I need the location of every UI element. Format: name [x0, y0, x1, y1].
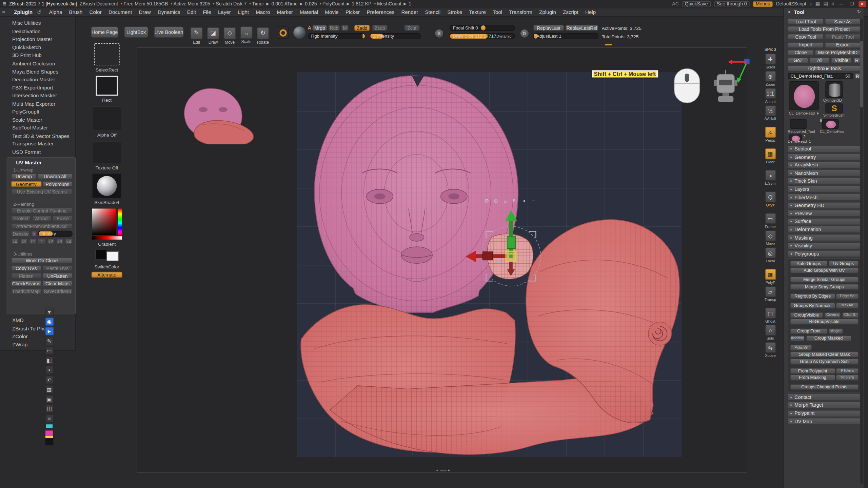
menu-item[interactable]: Stroke	[444, 8, 466, 16]
tool-section[interactable]: ▸ Layers	[788, 186, 861, 193]
paste-uvs-button[interactable]: Paste UVs	[42, 265, 73, 271]
polygroups-button[interactable]: Auto Groups With UV	[790, 267, 859, 273]
density-mult-button[interactable]: /3	[20, 239, 28, 245]
alpha-thumbnail[interactable]	[93, 106, 121, 130]
tool-section[interactable]: ▸ Morph Target	[788, 402, 861, 409]
density-mult-button[interactable]: /2	[29, 239, 37, 245]
home-page-button[interactable]: Home Page	[91, 26, 119, 38]
lightbox-button[interactable]: LightBox	[124, 26, 149, 38]
polygroups-button[interactable]: Covera	[824, 312, 841, 318]
recovered-tool-thumbnail[interactable]	[790, 119, 807, 128]
xpose-icon[interactable]: ⇆ Xpose	[765, 342, 776, 358]
uv-document[interactable]	[297, 73, 682, 457]
minimize-button[interactable]: ─	[837, 1, 845, 7]
undo-icon[interactable]: ↶	[45, 375, 53, 384]
polygroups-button[interactable]: Clstr 0.	[842, 312, 859, 318]
uv-master-title[interactable]: UV Master	[11, 159, 73, 166]
zsub-toggle[interactable]: Zsub	[372, 25, 388, 31]
polygroups-button[interactable]: From Masking	[790, 375, 835, 381]
zplugin-item[interactable]: Text 3D & Vector Shapes	[0, 132, 75, 140]
rgb-toggle[interactable]: Rgb	[328, 25, 340, 31]
menu-item[interactable]: Transform	[506, 8, 536, 16]
zplugin-item[interactable]: Maya Blend Shapes	[0, 68, 75, 76]
menu-item[interactable]: Stencil	[421, 8, 444, 16]
tool-section[interactable]: ▸ Contact	[788, 393, 861, 401]
density-slider[interactable]: density	[38, 231, 73, 237]
menu-item[interactable]: Preferences	[363, 8, 398, 16]
texture-thumbnail[interactable]	[93, 141, 121, 163]
menu-item[interactable]: Zplugin	[536, 8, 559, 16]
tool-r-button[interactable]: R	[854, 73, 861, 79]
pin-icon[interactable]: ◄	[787, 9, 791, 15]
polygroups-button[interactable]: Merge Similar Groups	[790, 277, 859, 283]
menu-item[interactable]: Draw	[135, 8, 154, 16]
polygroups-button[interactable]: Uv Groups	[829, 261, 859, 267]
zplugin-item[interactable]: Ambient Occlusion	[0, 60, 75, 68]
load-ctrl-map-button[interactable]: LoadCtrlMap	[11, 288, 41, 294]
panel-cycle-icon[interactable]: ↻	[857, 9, 861, 15]
zplugin-item[interactable]: FBX ExportImport	[0, 84, 75, 92]
use-existing-uv-seams-toggle[interactable]: Use Existing UV Seams	[11, 189, 73, 195]
unflatten-button[interactable]: UnFlatten	[42, 273, 73, 279]
polygroups-button[interactable]: Groups Changed Points	[790, 384, 859, 390]
spix-control[interactable]: SPix 3	[765, 47, 776, 52]
z-intensity-slider[interactable]: Z Intensity	[370, 33, 421, 39]
zplugin-item[interactable]: QuickSketch	[0, 43, 75, 52]
zplugin-item[interactable]: Deactivation	[0, 27, 75, 36]
active-tool-name[interactable]: CL_DemoHead_Flat. 50	[788, 73, 853, 79]
stroke-rect-icon[interactable]	[96, 76, 118, 96]
tool-section[interactable]: ▸ Masking	[788, 234, 861, 241]
mrgb-toggle[interactable]: Mrgb	[312, 25, 327, 31]
export-button[interactable]: Export	[825, 42, 861, 48]
cpu-icon[interactable]: ▦	[815, 1, 820, 6]
memory-icon[interactable]: ▤	[823, 1, 828, 6]
document-canvas[interactable]: ⚙⊕⌂ ↻▪− Shift + Ctrl + Mouse left	[137, 47, 747, 473]
polygroups-button[interactable]: Group Masked	[806, 335, 851, 341]
menu-item[interactable]: Tool	[489, 8, 506, 16]
aahalf-icon[interactable]: ½ AAHalf	[765, 105, 776, 121]
move-mode-button[interactable]: ◇ Move	[224, 27, 236, 39]
lsym-icon[interactable]: ◑ L.Sym	[765, 170, 776, 185]
load-tools-from-project-button[interactable]: Load Tools From Project	[788, 26, 861, 32]
protect-button[interactable]: Protect	[11, 215, 31, 221]
picker-icon[interactable]: ▼	[45, 308, 53, 316]
menu-item[interactable]: Brush	[66, 8, 86, 16]
make-polymesh3d-button[interactable]: Make PolyMesh3D	[815, 50, 861, 56]
polygroups-section-header[interactable]: ▾ Polygroups	[788, 250, 861, 257]
scale-mode-button[interactable]: ↔ Scale	[240, 26, 253, 39]
polygroups-button[interactable]: Additive	[790, 335, 805, 341]
unwrap-button[interactable]: Unwrap	[11, 173, 37, 179]
pencil-icon[interactable]: ✎	[45, 337, 53, 345]
menu-item[interactable]: File	[199, 8, 215, 16]
zplugin-item[interactable]: Intersection Masker	[0, 92, 75, 100]
monitor-icon[interactable]: ▣	[45, 395, 53, 403]
zoom-icon[interactable]: ⊕ Zoom	[765, 71, 776, 86]
zplugin-item[interactable]: Misc Utilities	[0, 19, 75, 27]
density-mult-button[interactable]: /4	[11, 239, 19, 245]
clone-button[interactable]: Clone	[788, 50, 813, 56]
zplugin-item[interactable]: ZWrap	[0, 341, 76, 349]
clipboard-icon[interactable]: ◫	[45, 404, 53, 412]
polygroups-button[interactable]: Group Masked Clear Mask	[790, 351, 859, 358]
clear-maps-button[interactable]: Clear Maps	[42, 281, 73, 287]
polygroups-toggle[interactable]: Polygroups	[42, 181, 73, 187]
polygroups-button[interactable]: Auto Groups	[790, 261, 828, 267]
menu-item[interactable]: Macro	[252, 8, 273, 16]
canvas-scrollbar[interactable]: ◂ ▸	[436, 468, 450, 472]
menu-item[interactable]: Zscript	[559, 8, 582, 16]
polygroups-button[interactable]: Regroup By Edges	[790, 293, 835, 299]
polygroups-button[interactable]: MaxAn	[836, 303, 859, 309]
focal-shift-slider[interactable]: Focal Shift 0	[450, 25, 515, 31]
local-icon[interactable]: ◎ Local	[765, 247, 776, 263]
import-button[interactable]: Import	[788, 42, 824, 48]
save-ctrl-map-button[interactable]: SaveCtrlMap	[42, 288, 73, 294]
zplugin-item[interactable]: ZColor	[0, 332, 76, 341]
geometry-toggle[interactable]: Geometry	[11, 181, 41, 187]
polygroups-button[interactable]: PolishG	[790, 345, 812, 351]
sound-icon[interactable]: ♪	[810, 1, 812, 6]
stroke-icon[interactable]	[277, 26, 289, 39]
density-mult-button[interactable]: x4	[65, 239, 73, 245]
depth-dial-icon[interactable]: D	[520, 29, 529, 38]
zcut-toggle[interactable]: Zcut	[404, 25, 420, 31]
lightbox-tools-button[interactable]: Lightbox►Tools	[788, 65, 861, 72]
